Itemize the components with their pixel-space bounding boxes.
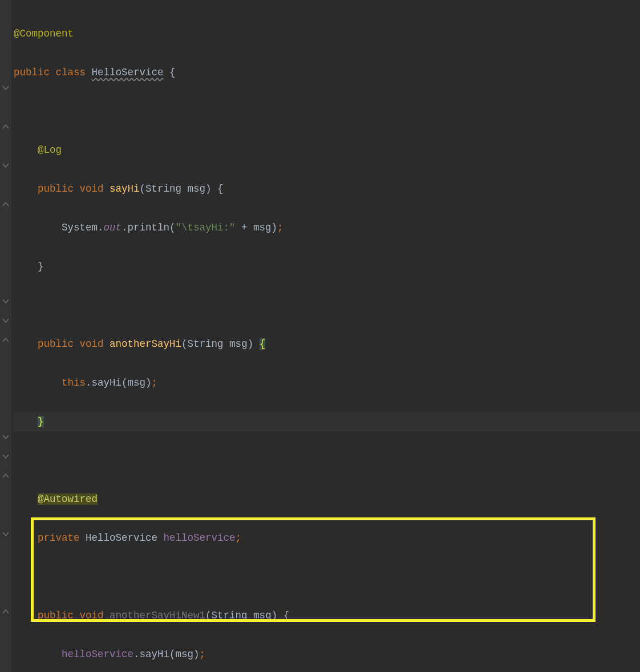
annotation: @Component (14, 28, 74, 39)
code-line[interactable]: System.out.println("\tsayHi:" + msg); (14, 218, 640, 237)
code-line[interactable]: public void anotherSayHiNew1(String msg)… (14, 606, 640, 625)
fold-end-icon[interactable] (2, 472, 10, 480)
code-line[interactable]: @Autowired (14, 489, 640, 509)
fold-start-icon[interactable] (2, 452, 10, 460)
code-line[interactable]: helloService.sayHi(msg); (14, 645, 640, 664)
class-name: HelloService (92, 67, 164, 78)
code-line[interactable]: } (14, 257, 640, 276)
fold-end-icon[interactable] (2, 336, 10, 344)
code-line[interactable]: public void anotherSayHi(String msg) { (14, 334, 640, 354)
fold-start-icon[interactable] (2, 297, 10, 305)
fold-end-icon[interactable] (2, 200, 10, 208)
method-name: sayHi (110, 183, 140, 195)
code-line[interactable] (14, 295, 640, 315)
code-line[interactable] (14, 567, 640, 586)
field-name: helloService (164, 532, 236, 544)
annotation: @Autowired (38, 493, 98, 505)
method-name: anotherSayHiNew1 (110, 610, 205, 621)
brace-match: } (38, 416, 44, 427)
fold-end-icon[interactable] (2, 123, 10, 131)
editor-gutter (0, 0, 11, 672)
code-line[interactable] (14, 451, 640, 470)
code-line[interactable]: private HelloService helloService; (14, 528, 640, 548)
code-line[interactable]: this.sayHi(msg); (14, 373, 640, 392)
fold-start-icon[interactable] (2, 84, 10, 92)
fold-start-icon[interactable] (2, 161, 10, 169)
code-line[interactable]: public void sayHi(String msg) { (14, 179, 640, 199)
code-line-caret[interactable]: } (14, 412, 640, 431)
code-line[interactable]: @Log (14, 140, 640, 160)
code-line[interactable]: public class HelloService { (14, 63, 640, 82)
fold-end-icon[interactable] (2, 608, 10, 616)
code-line[interactable] (14, 102, 640, 121)
annotation: @Log (38, 144, 62, 156)
fold-start-icon[interactable] (2, 433, 10, 441)
code-editor[interactable]: @Component public class HelloService { @… (11, 0, 640, 672)
fold-start-icon[interactable] (2, 530, 10, 538)
brace-match: { (260, 338, 266, 350)
method-name: anotherSayHi (110, 338, 181, 350)
fold-start-icon[interactable] (2, 317, 10, 325)
code-line[interactable]: @Component (14, 24, 640, 43)
